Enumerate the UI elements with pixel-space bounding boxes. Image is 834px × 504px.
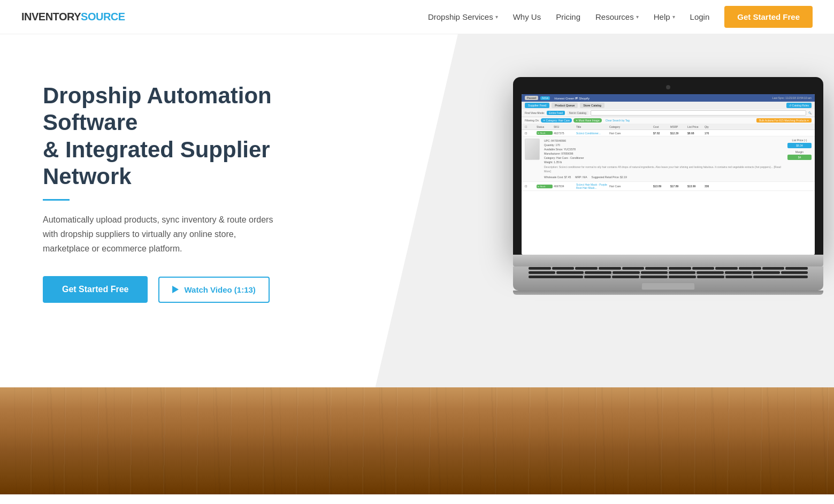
- app-catalog-rules-btn[interactable]: ↺ Catalog Rules: [786, 103, 812, 108]
- app-cost-price-btn[interactable]: $8.34: [787, 143, 812, 148]
- nav-login[interactable]: Login: [690, 12, 710, 21]
- key: [529, 276, 583, 278]
- key: [669, 276, 696, 278]
- app-filter-hair-care[interactable]: ✕ Category: Hair Care: [541, 118, 572, 123]
- key: [739, 267, 761, 270]
- app-product-detail: UPC: 8470046566 Quantity: 170 Available …: [522, 136, 815, 182]
- laptop-foot: [513, 291, 823, 295]
- key: [529, 271, 555, 274]
- logo-source: SOURCE: [81, 11, 125, 23]
- app-tab-supplier-feed[interactable]: Supplier Feed: [525, 103, 549, 108]
- hero-buttons: Get Started Free Watch Video (1:13): [43, 276, 278, 303]
- app-product-image: [525, 139, 540, 160]
- nav-pricing[interactable]: Pricing: [556, 12, 580, 21]
- chevron-down-icon: ▾: [636, 14, 639, 20]
- table-row[interactable]: ☐ In Stock 4627375 Scünci Conditioner...…: [522, 130, 815, 136]
- trackpad: [641, 282, 695, 290]
- key: [645, 267, 668, 270]
- app-ui: Paused Active Honest Green ⇌ Shopify Las…: [522, 94, 815, 191]
- key: [529, 267, 551, 270]
- hero-get-started-button[interactable]: Get Started Free: [43, 276, 148, 303]
- header: INVENTORYSOURCE Dropship Services ▾ Why …: [0, 0, 834, 34]
- key: [781, 271, 808, 274]
- bottom-section: Sync dropship suppliers and automate sal…: [0, 494, 834, 504]
- key: [556, 271, 583, 274]
- app-find-mode-btn[interactable]: Entire Feed: [547, 111, 565, 115]
- app-product-info: UPC: 8470046566 Quantity: 170 Available …: [544, 139, 783, 179]
- key: [575, 267, 598, 270]
- hero-description: Automatically upload products, sync inve…: [43, 212, 278, 256]
- main-nav: Dropship Services ▾ Why Us Pricing Resou…: [428, 6, 813, 28]
- app-tab-product-queue[interactable]: Product Queue: [552, 103, 578, 108]
- app-table-header: ☐ Status SKU Title Category Cost MSRP Li…: [522, 124, 815, 130]
- keyboard-rows: [529, 267, 808, 278]
- nav-resources[interactable]: Resources ▾: [595, 12, 639, 21]
- key: [725, 276, 753, 278]
- nav-why-us[interactable]: Why Us: [513, 12, 541, 21]
- key: [715, 267, 738, 270]
- laptop-mockup: Paused Active Honest Green ⇌ Shopify Las…: [513, 77, 834, 295]
- app-bulk-actions-btn[interactable]: Bulk Actions For 615 Matching Products ▾: [756, 118, 812, 123]
- app-store-label: Honest Green ⇌ Shopify: [554, 96, 590, 100]
- laptop-camera: [666, 85, 670, 89]
- key: [697, 271, 723, 274]
- key: [641, 271, 668, 274]
- key: [753, 271, 779, 274]
- key: [669, 267, 691, 270]
- app-tab-store-catalog[interactable]: Store Catalog: [580, 103, 605, 108]
- chevron-down-icon: ▾: [672, 14, 675, 20]
- app-status-active: Active: [540, 96, 550, 100]
- laptop-screen-outer: Paused Active Honest Green ⇌ Shopify Las…: [513, 77, 823, 255]
- hero-title: Dropship Automation Software & Integrate…: [43, 82, 278, 190]
- wooden-table-section: [0, 387, 834, 494]
- table-row[interactable]: ☐ In Stock 4697834 Scünci Hair Mask - Pu…: [522, 182, 815, 191]
- key: [612, 276, 639, 278]
- logo[interactable]: INVENTORYSOURCE: [21, 11, 125, 23]
- key: [613, 271, 639, 274]
- app-price-actions: List Price (↑) $8.34 Margin $4: [787, 139, 812, 179]
- app-margin-btn[interactable]: $4: [787, 155, 812, 160]
- hero-divider: [43, 199, 70, 201]
- laptop-base: [513, 255, 823, 266]
- app-header-bar: Paused Active Honest Green ⇌ Shopify Las…: [522, 94, 815, 102]
- header-cta-button[interactable]: Get Started Free: [724, 6, 813, 28]
- app-sync-time: Last Sync: 11/21/18 10:54:10 am: [772, 96, 812, 100]
- app-filter-image[interactable]: ✕ Must Have Image: [573, 118, 602, 123]
- keyboard-row: [529, 271, 808, 274]
- laptop-screen: Paused Active Honest Green ⇌ Shopify Las…: [522, 94, 815, 255]
- keyboard-row: [529, 276, 808, 278]
- app-search-input[interactable]: [591, 110, 806, 116]
- nav-help[interactable]: Help ▾: [654, 12, 675, 21]
- key: [785, 267, 808, 270]
- key: [584, 276, 611, 278]
- app-tabs: Supplier Feed Product Queue Store Catalo…: [522, 102, 815, 109]
- keyboard-row: [529, 267, 808, 270]
- key: [753, 276, 808, 278]
- hero-section: Dropship Automation Software & Integrate…: [0, 34, 834, 387]
- logo-inventory: INVENTORY: [21, 11, 81, 23]
- key: [622, 267, 645, 270]
- app-not-in-catalog-btn[interactable]: Not in Catalog: [567, 111, 588, 115]
- key: [762, 267, 785, 270]
- key: [599, 267, 621, 270]
- play-icon: [172, 286, 179, 293]
- hero-watch-video-button[interactable]: Watch Video (1:13): [158, 277, 269, 303]
- key: [692, 267, 715, 270]
- key: [640, 276, 668, 278]
- laptop-camera-bar: [522, 83, 815, 91]
- key: [552, 267, 575, 270]
- laptop: Paused Active Honest Green ⇌ Shopify Las…: [513, 77, 823, 295]
- app-filters-bar: Filtering On: ✕ Category: Hair Care ✕ Mu…: [522, 117, 815, 124]
- app-toolbar: Find View Mode: Entire Feed Not in Catal…: [522, 109, 815, 117]
- hero-content: Dropship Automation Software & Integrate…: [0, 34, 310, 303]
- nav-dropship-services[interactable]: Dropship Services ▾: [428, 12, 498, 21]
- app-clear-search-link[interactable]: Clear Search by Tag: [606, 119, 630, 122]
- key: [585, 271, 611, 274]
- laptop-keyboard: [513, 266, 823, 291]
- key: [669, 271, 695, 274]
- chevron-down-icon: ▾: [495, 14, 498, 20]
- wood-grain: [0, 387, 834, 494]
- key: [725, 271, 752, 274]
- key: [697, 276, 724, 278]
